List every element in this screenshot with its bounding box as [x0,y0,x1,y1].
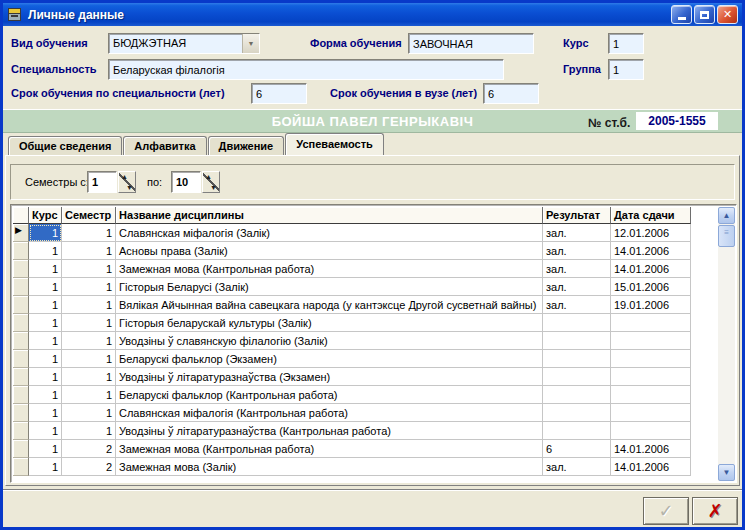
cell-result[interactable] [543,422,611,440]
scroll-down-icon[interactable]: ▼ [718,464,735,481]
header-discipline[interactable]: Название дисциплины [116,207,543,224]
cell-semestr[interactable]: 1 [62,314,116,332]
semester-from-spin-button[interactable]: ▲ ▼ [118,171,136,193]
cell-discipline[interactable]: Гісторыя Беларусі (Залік) [116,278,543,296]
specialnost-input[interactable] [108,59,504,80]
cell-discipline[interactable]: Замежная мова (Залік) [116,458,543,476]
cell-discipline[interactable]: Беларускі фальклор (Экзамен) [116,350,543,368]
row-selector-cell[interactable] [13,332,29,350]
titlebar[interactable]: Личные данные ✕ [3,3,742,26]
cell-result[interactable]: зал. [543,458,611,476]
table-row[interactable]: 1 2 Замежная мова (Кантрольная работа) 6… [13,440,717,458]
cell-result[interactable] [543,332,611,350]
cell-result[interactable] [543,386,611,404]
table-row[interactable]: 1 1 Гісторыя Беларусі (Залік) зал. 15.01… [13,278,717,296]
table-row[interactable]: 1 1 Асновы права (Залік) зал. 14.01.2006 [13,242,717,260]
cell-result[interactable]: зал. [543,242,611,260]
row-selector-cell[interactable] [13,278,29,296]
cell-result[interactable] [543,404,611,422]
cell-kurs[interactable]: 1 [29,440,62,458]
tab-dvizhenie[interactable]: Движение [208,136,285,155]
cell-kurs[interactable]: 1 [29,386,62,404]
tab-general[interactable]: Общие сведения [8,136,122,155]
cell-discipline[interactable]: Беларускі фальклор (Кантрольная работа) [116,386,543,404]
cell-kurs[interactable]: 1 [29,350,62,368]
cell-discipline[interactable]: Асновы права (Залік) [116,242,543,260]
row-selector-cell[interactable] [13,242,29,260]
cell-semestr[interactable]: 1 [62,422,116,440]
cell-date[interactable] [611,350,691,368]
cell-kurs[interactable]: 1 [29,404,62,422]
table-row[interactable]: 1 1 Уводзіны ў літаратуразнаўства (Экзам… [13,368,717,386]
cell-date[interactable]: 14.01.2006 [611,242,691,260]
table-row[interactable]: 1 1 Уводзіны ў славянскую філалогію (Зал… [13,332,717,350]
row-selector-cell[interactable] [13,296,29,314]
table-row[interactable]: 1 2 Замежная мова (Залік) зал. 14.01.200… [13,458,717,476]
header-result[interactable]: Результат [543,207,611,224]
kurs-input[interactable] [608,33,644,54]
row-selector-cell[interactable] [13,260,29,278]
semester-to-spin-button[interactable]: ▲ ▼ [202,171,220,193]
table-row[interactable]: 1 1 Славянская міфалогія (Кантрольная ра… [13,404,717,422]
row-selector-cell[interactable] [13,386,29,404]
cell-kurs[interactable]: 1 [29,260,62,278]
vertical-scrollbar[interactable]: ▲ ≡ ▼ [718,207,735,481]
semester-to-value[interactable]: 10 [171,171,201,193]
header-semestr[interactable]: Семестр [62,207,116,224]
table-row[interactable]: 1 1 Беларускі фальклор (Кантрольная рабо… [13,386,717,404]
cell-result[interactable] [543,368,611,386]
cell-date[interactable] [611,386,691,404]
table-row[interactable]: 1 1 Беларускі фальклор (Экзамен) [13,350,717,368]
cell-result[interactable] [543,350,611,368]
row-selector-cell[interactable] [13,458,29,476]
tab-uspevaemost[interactable]: Успеваемость [285,133,384,155]
table-row[interactable]: ▶ 1 1 Славянская міфалогія (Залік) зал. … [13,224,717,242]
cell-kurs[interactable]: 1 [29,332,62,350]
cell-date[interactable]: 15.01.2006 [611,278,691,296]
cell-semestr[interactable]: 1 [62,278,116,296]
cell-semestr[interactable]: 1 [62,260,116,278]
row-selector-cell[interactable] [13,440,29,458]
cell-discipline[interactable]: Славянская міфалогія (Залік) [116,224,543,242]
cell-semestr[interactable]: 1 [62,332,116,350]
cell-discipline[interactable]: Уводзіны ў літаратуразнаўства (Экзамен) [116,368,543,386]
cell-date[interactable] [611,332,691,350]
cell-kurs[interactable]: 1 [29,296,62,314]
cell-date[interactable]: 12.01.2006 [611,224,691,242]
cell-date[interactable]: 19.01.2006 [611,296,691,314]
minimize-button[interactable] [671,5,692,24]
cell-semestr[interactable]: 2 [62,458,116,476]
cell-discipline[interactable]: Вялікая Айчынная вайна савецкага народа … [116,296,543,314]
maximize-button[interactable] [694,5,715,24]
cell-semestr[interactable]: 1 [62,350,116,368]
row-selector-cell[interactable] [13,404,29,422]
row-selector-cell[interactable] [13,350,29,368]
cell-result[interactable]: зал. [543,224,611,242]
cell-discipline[interactable]: Уводзіны ў літаратуразнаўства (Кантрольн… [116,422,543,440]
row-selector-cell[interactable] [13,368,29,386]
cell-date[interactable] [611,404,691,422]
cell-date[interactable] [611,314,691,332]
cell-kurs[interactable]: 1 [29,224,62,242]
cell-date[interactable]: 14.01.2006 [611,458,691,476]
cell-semestr[interactable]: 1 [62,404,116,422]
cell-discipline[interactable]: Замежная мова (Кантрольная работа) [116,260,543,278]
cell-result[interactable]: зал. [543,260,611,278]
cell-semestr[interactable]: 1 [62,296,116,314]
row-selector-cell[interactable] [13,314,29,332]
confirm-button[interactable]: ✓ [643,497,689,525]
table-row[interactable]: 1 1 Замежная мова (Кантрольная работа) з… [13,260,717,278]
cell-semestr[interactable]: 1 [62,224,116,242]
header-date[interactable]: Дата сдачи [611,207,691,224]
row-selector-cell[interactable]: ▶ [13,224,29,242]
cell-discipline[interactable]: Замежная мова (Кантрольная работа) [116,440,543,458]
srok-vuz-input[interactable] [483,83,539,104]
cell-kurs[interactable]: 1 [29,278,62,296]
cell-kurs[interactable]: 1 [29,314,62,332]
cell-result[interactable]: зал. [543,278,611,296]
forma-obucheniya-input[interactable] [408,33,534,54]
cell-semestr[interactable]: 1 [62,242,116,260]
cell-discipline[interactable]: Гісторыя беларускай культуры (Залік) [116,314,543,332]
row-selector-cell[interactable] [13,422,29,440]
cell-semestr[interactable]: 2 [62,440,116,458]
